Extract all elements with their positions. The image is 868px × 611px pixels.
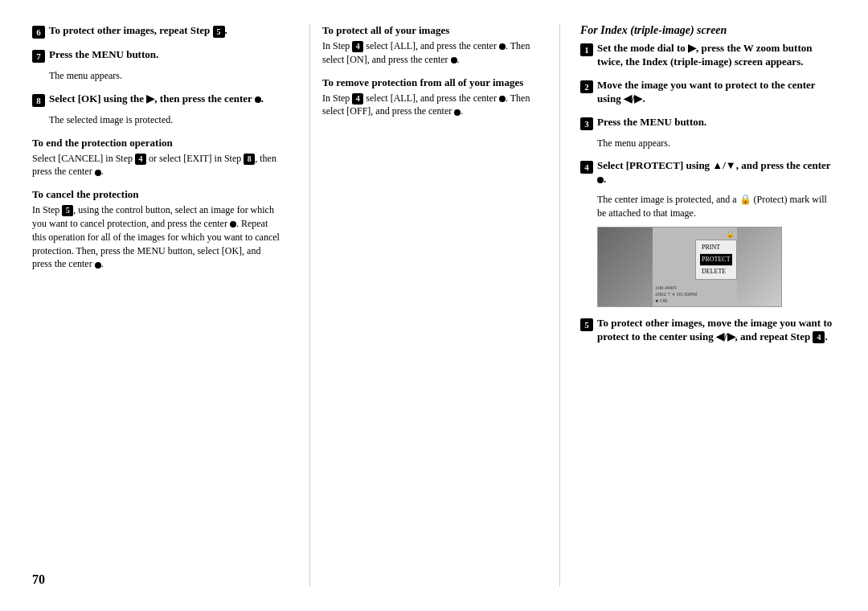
right-column: For Index (triple-image) screen 1 Set th… xyxy=(572,24,836,587)
page: 6 To protect other images, repeat Step 5… xyxy=(0,0,868,611)
right-step-3-text: Press the MENU button. xyxy=(597,116,706,128)
step-8-text: Select [OK] using the ▶, then press the … xyxy=(49,92,264,105)
step-6-section: 6 To protect other images, repeat Step 5… xyxy=(32,24,281,39)
remove-protection-heading: To remove protection from all of your im… xyxy=(322,76,531,89)
menu-protect: PROTECT xyxy=(700,254,732,266)
step-6-content: To protect other images, repeat Step 5. xyxy=(49,24,281,38)
step-7-text: Press the MENU button. xyxy=(49,48,158,60)
right-step-4-sub: The center image is protected, and a 🔒 (… xyxy=(597,193,836,220)
step-7-section: 7 Press the MENU button. The menu appear… xyxy=(32,48,281,83)
bullet-dot-3 xyxy=(230,221,236,228)
bullet-dot-5 xyxy=(499,43,506,50)
screen-info: 100-0005 2002 7 4 10:30PM ● OK xyxy=(655,285,697,305)
right-step-1-number: 1 xyxy=(580,43,593,56)
remove-protection-body: In Step 4 select [ALL], and press the ce… xyxy=(322,92,531,119)
bullet-dot-6 xyxy=(451,57,457,64)
step-6-text: To protect other images, repeat Step 5. xyxy=(49,24,227,36)
right-step-1-content: Set the mode dial to ▶, press the W zoom… xyxy=(597,42,836,69)
menu-delete: DELETE xyxy=(700,266,732,277)
right-step-2-section: 2 Move the image you want to protect to … xyxy=(580,79,836,106)
right-step-1-text: Set the mode dial to ▶, press the W zoom… xyxy=(597,42,812,68)
cancel-protection-body: In Step 5, using the control button, sel… xyxy=(32,203,281,271)
right-step-3-sub: The menu appears. xyxy=(597,137,836,150)
remove-protection-section: To remove protection from all of your im… xyxy=(322,76,531,119)
end-protection-body: Select [CANCEL] in Step 4 or select [EXI… xyxy=(32,152,281,179)
screen-ok-label: ● OK xyxy=(655,297,697,304)
bullet-dot-2 xyxy=(95,170,101,176)
protect-all-section: To protect all of your images In Step 4 … xyxy=(322,24,531,67)
step-8-number: 8 xyxy=(32,94,45,107)
camera-screen: 🔒 PRINT PROTECT DELETE 100-0005 2002 7 4… xyxy=(597,227,782,307)
protect-all-body: In Step 4 select [ALL], and press the ce… xyxy=(322,39,531,67)
bullet-dot-8 xyxy=(454,109,461,116)
right-step-2-content: Move the image you want to protect to th… xyxy=(597,79,836,106)
screen-left-panel xyxy=(598,228,653,306)
left-column: 6 To protect other images, repeat Step 5… xyxy=(32,24,297,587)
right-step-4-text: Select [PROTECT] using ▲/▼, and press th… xyxy=(597,159,830,185)
right-step-2-number: 2 xyxy=(580,80,593,93)
right-step-3-section: 3 Press the MENU button. The menu appear… xyxy=(580,116,836,150)
end-protection-section: To end the protection operation Select [… xyxy=(32,137,281,179)
cancel-protection-heading: To cancel the protection xyxy=(32,188,281,201)
bullet-dot-4 xyxy=(95,262,101,269)
right-step-5-number: 5 xyxy=(580,318,593,331)
mid-column: To protect all of your images In Step 4 … xyxy=(322,24,547,587)
bullet-dot-1 xyxy=(255,96,261,103)
screen-info-id: 100-0005 xyxy=(655,285,697,291)
step-7-number: 7 xyxy=(32,50,45,63)
right-step-4-number: 4 xyxy=(580,161,593,174)
cancel-protection-section: To cancel the protection In Step 5, usin… xyxy=(32,188,281,271)
end-protection-heading: To end the protection operation xyxy=(32,137,281,150)
step-8-content: Select [OK] using the ▶, then press the … xyxy=(49,92,281,106)
step-7-content: Press the MENU button. xyxy=(49,48,281,62)
step-7-sub: The menu appears. xyxy=(49,69,281,83)
screen-info-date: 2002 7 4 10:30PM xyxy=(655,291,697,297)
right-step-4-content: Select [PROTECT] using ▲/▼, and press th… xyxy=(597,159,836,187)
menu-print: PRINT xyxy=(700,242,732,254)
protect-icon: 🔒 xyxy=(726,230,735,238)
right-step-5-content: To protect other images, move the image … xyxy=(597,317,836,344)
right-step-5-text: To protect other images, move the image … xyxy=(597,317,832,342)
screen-right-panel xyxy=(737,228,781,306)
right-step-3-number: 3 xyxy=(580,117,593,130)
screen-menu: PRINT PROTECT DELETE xyxy=(695,240,737,280)
screen-center-panel: 🔒 PRINT PROTECT DELETE 100-0005 2002 7 4… xyxy=(653,228,737,306)
right-step-3-content: Press the MENU button. xyxy=(597,116,836,129)
right-step-1-section: 1 Set the mode dial to ▶, press the W zo… xyxy=(580,42,836,69)
step-8-section: 8 Select [OK] using the ▶, then press th… xyxy=(32,92,281,127)
protect-all-heading: To protect all of your images xyxy=(322,24,531,37)
divider-mid-right xyxy=(559,24,560,587)
step-6-number: 6 xyxy=(32,26,45,39)
bullet-dot-7 xyxy=(499,96,506,102)
right-step-4-section: 4 Select [PROTECT] using ▲/▼, and press … xyxy=(580,159,836,306)
right-step-5-section: 5 To protect other images, move the imag… xyxy=(580,317,836,344)
bullet-dot-9 xyxy=(597,177,604,183)
divider-left-mid xyxy=(309,24,310,587)
step-8-sub: The selected image is protected. xyxy=(49,113,281,127)
page-number: 70 xyxy=(32,572,45,587)
right-step-2-text: Move the image you want to protect to th… xyxy=(597,79,815,105)
section-title: For Index (triple-image) screen xyxy=(580,24,836,37)
